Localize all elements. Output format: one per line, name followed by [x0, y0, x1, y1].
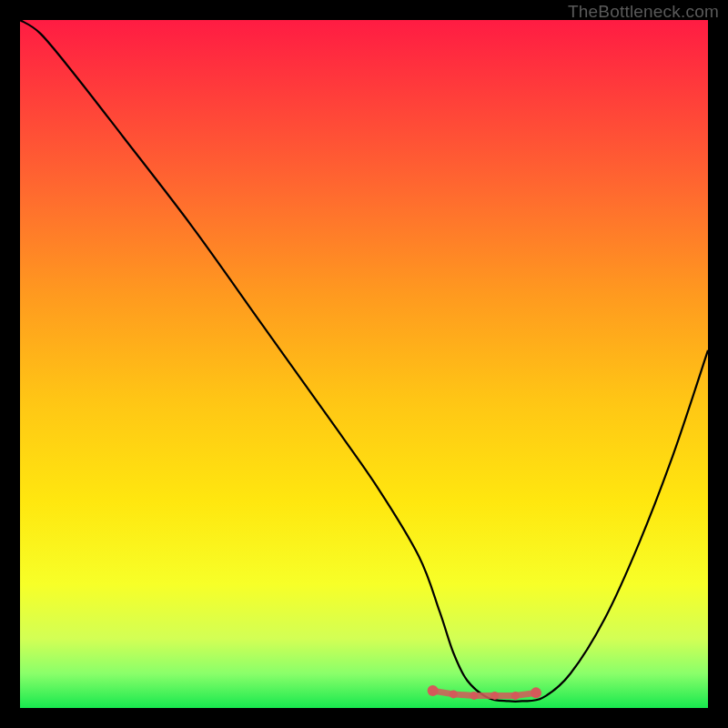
marker-connector	[433, 691, 536, 695]
bottleneck-curve	[20, 20, 708, 702]
marker-dot	[470, 692, 478, 700]
chart-container: TheBottleneck.com	[0, 0, 728, 728]
marker-dot	[490, 692, 499, 700]
watermark-text: TheBottleneck.com	[568, 2, 719, 22]
marker-dot	[531, 687, 541, 698]
marker-group	[428, 685, 541, 700]
chart-svg	[20, 20, 708, 708]
marker-dot	[511, 692, 520, 700]
marker-dot	[450, 690, 458, 698]
marker-dot	[428, 685, 439, 696]
